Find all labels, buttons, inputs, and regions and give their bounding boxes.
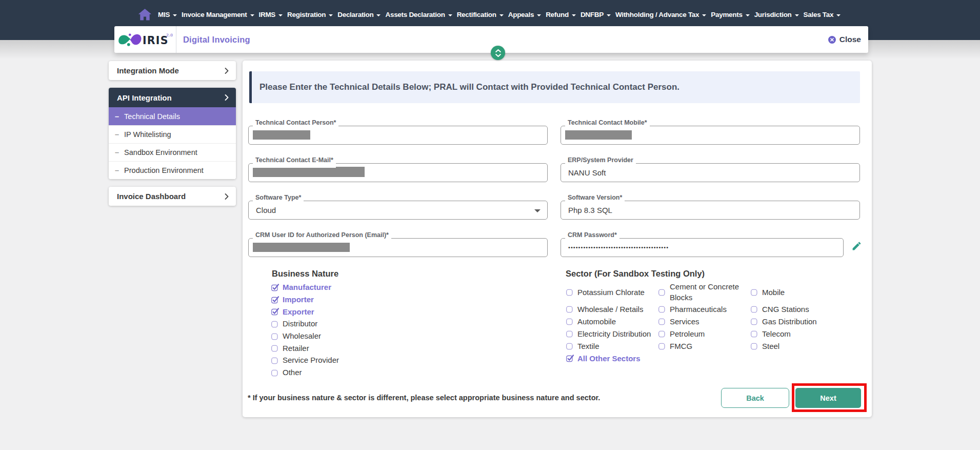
caret-down-icon <box>173 14 177 16</box>
nav-item-dnfbp[interactable]: DNFBP <box>581 11 611 18</box>
caret-down-icon <box>836 14 841 16</box>
svg-text:IRIS: IRIS <box>143 34 169 47</box>
checkbox-automobile[interactable]: Automobile <box>566 315 658 327</box>
checkbox-unchecked-icon <box>750 288 758 296</box>
home-icon[interactable] <box>137 7 152 22</box>
checkbox-unchecked-icon <box>750 342 758 350</box>
iris-logo: IRIS 2.0 <box>114 26 176 53</box>
checkbox-potassium-chlorate[interactable]: Potassium Chlorate <box>566 286 658 298</box>
checkbox-unchecked-icon <box>658 288 666 296</box>
technical-details-panel: Please Enter the Technical Details Below… <box>243 61 872 417</box>
sidebar-item-api-integration[interactable]: API Integration <box>109 88 236 107</box>
caret-down-icon <box>607 14 611 16</box>
nav-item-registration[interactable]: Registration <box>287 11 333 18</box>
nav-item-mis[interactable]: MIS <box>158 11 177 18</box>
nav-item-appeals[interactable]: Appeals <box>508 11 541 18</box>
checkbox-checked-icon <box>271 283 279 291</box>
checkbox-unchecked-icon <box>750 317 758 325</box>
chevron-right-icon <box>225 193 229 200</box>
nav-item-refund[interactable]: Refund <box>546 11 576 18</box>
next-button[interactable]: Next <box>795 388 861 408</box>
sidebar-item-integration-mode[interactable]: Integration Mode <box>109 61 236 80</box>
checkbox-textile[interactable]: Textile <box>566 340 658 352</box>
nav-item-rectification[interactable]: Rectification <box>457 11 504 18</box>
checkbox-checked-icon <box>566 354 574 362</box>
checkbox-importer[interactable]: Importer <box>271 294 339 306</box>
chevron-up-icon <box>495 49 501 52</box>
sector-list: Potassium Chlorate Cement or Concrete Bl… <box>566 281 853 364</box>
sidebar-item-sandbox-environment[interactable]: – Sandbox Environment <box>109 143 236 161</box>
checkbox-unchecked-icon <box>566 342 574 350</box>
checkbox-exporter[interactable]: Exporter <box>271 305 339 318</box>
sidebar-item-ip-whitelisting[interactable]: – IP Whitelisting <box>109 125 236 143</box>
page-title: Digital Invoicing <box>183 35 250 45</box>
checkbox-petroleum[interactable]: Petroleum <box>658 327 750 340</box>
sidebar-item-technical-details[interactable]: – Technical Details <box>109 107 236 125</box>
checkbox-unchecked-icon <box>658 329 666 338</box>
caret-down-icon <box>250 14 254 16</box>
checkbox-unchecked-icon <box>271 344 279 352</box>
nav-item-payments[interactable]: Payments <box>711 11 749 18</box>
nav-item-jurisdiction[interactable]: Jurisdiction <box>754 11 799 18</box>
redacted-value <box>253 167 365 177</box>
checkbox-distributor[interactable]: Distributor <box>271 318 339 330</box>
nav-item-assets-declaration[interactable]: Assets Declaration <box>385 11 452 18</box>
caret-down-icon <box>448 14 452 16</box>
sidebar-card-api-integration: API Integration – Technical Details – IP… <box>109 88 236 179</box>
checkbox-unchecked-icon <box>271 332 279 340</box>
nav-item-invoice-management[interactable]: Invoice Management <box>182 11 254 18</box>
nav-item-withholding-advance-tax[interactable]: Withholding / Advance Tax <box>615 11 706 18</box>
checkbox-unchecked-icon <box>750 305 758 313</box>
checkbox-gas-distribution[interactable]: Gas Distribution <box>750 315 853 327</box>
nav-item-declaration[interactable]: Declaration <box>337 11 381 18</box>
close-button[interactable]: Close <box>828 35 861 44</box>
checkbox-electricity-distribution[interactable]: Electricity Distribution <box>566 327 658 340</box>
checkbox-wholesaler[interactable]: Wholesaler <box>271 330 339 342</box>
edit-password-icon[interactable] <box>851 241 862 251</box>
checkbox-mobile[interactable]: Mobile <box>750 286 853 298</box>
sidebar-item-production-environment[interactable]: – Production Environment <box>109 161 236 179</box>
checkbox-other[interactable]: Other <box>271 366 339 379</box>
back-button[interactable]: Back <box>721 388 789 408</box>
checkbox-unchecked-icon <box>750 329 758 338</box>
footnote: * If your business nature & sector is di… <box>248 394 600 402</box>
sidebar-item-invoice-dashboard[interactable]: Invoice Dashboard <box>109 187 236 206</box>
business-nature-list: Manufacturer Importer Exporter Distribut… <box>271 281 339 379</box>
select-caret-icon <box>534 209 541 212</box>
checkbox-fmcg[interactable]: FMCG <box>658 340 750 352</box>
sidebar-card-integration-mode: Integration Mode <box>109 61 236 80</box>
checkbox-steel[interactable]: Steel <box>750 340 853 352</box>
checkbox-unchecked-icon <box>271 368 279 377</box>
checkbox-all-other-sectors[interactable]: All Other Sectors <box>566 352 658 364</box>
caret-down-icon <box>795 14 799 16</box>
caret-down-icon <box>702 14 706 16</box>
caret-down-icon <box>499 14 504 16</box>
checkbox-unchecked-icon <box>271 320 279 328</box>
checkbox-telecom[interactable]: Telecom <box>750 327 853 340</box>
checkbox-retailer[interactable]: Retailer <box>271 342 339 354</box>
collapse-expand-button[interactable] <box>491 46 505 60</box>
caret-down-icon <box>746 14 750 16</box>
caret-down-icon <box>572 14 576 16</box>
checkbox-services[interactable]: Services <box>658 315 750 327</box>
nav-item-irms[interactable]: IRMS <box>259 11 283 18</box>
checkbox-service-provider[interactable]: Service Provider <box>271 354 339 366</box>
redacted-value <box>565 129 632 140</box>
sidebar-card-invoice-dashboard: Invoice Dashboard <box>109 187 236 206</box>
sector-heading: Sector (For Sandbox Testing Only) <box>566 269 705 279</box>
checkbox-cng-stations[interactable]: CNG Stations <box>750 303 853 315</box>
checkbox-pharmaceuticals[interactable]: Pharmaceuticals <box>658 303 750 315</box>
checkbox-manufacturer[interactable]: Manufacturer <box>271 281 339 294</box>
nav-item-sales-tax[interactable]: Sales Tax <box>804 11 841 18</box>
checkbox-unchecked-icon <box>566 329 574 338</box>
checkbox-unchecked-icon <box>658 342 666 350</box>
caret-down-icon <box>278 14 283 16</box>
checkbox-unchecked-icon <box>271 356 279 364</box>
checkbox-unchecked-icon <box>566 305 574 313</box>
checkbox-checked-icon <box>271 307 279 316</box>
info-banner: Please Enter the Technical Details Below… <box>249 71 860 103</box>
caret-down-icon <box>537 14 541 16</box>
checkbox-cement-or-concrete-blocks[interactable]: Cement or Concrete Blocks <box>658 281 750 303</box>
redacted-value <box>253 129 310 140</box>
checkbox-wholesale-retails[interactable]: Wholesale / Retails <box>566 303 658 315</box>
